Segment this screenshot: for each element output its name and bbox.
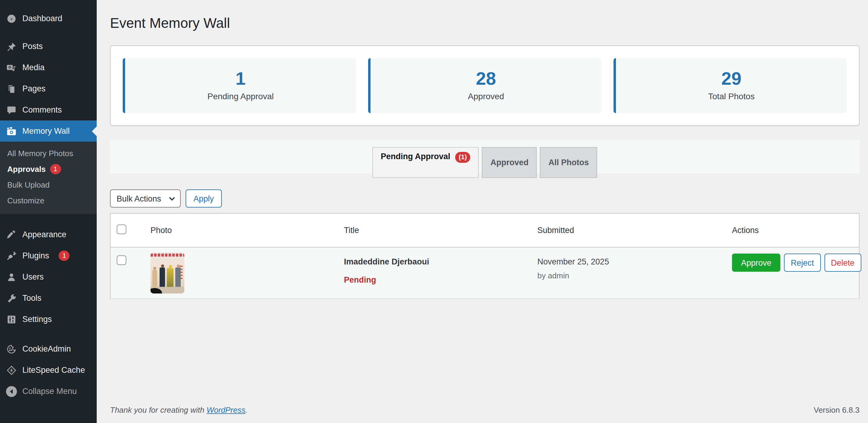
pages-icon [6, 83, 17, 94]
plugins-count-badge: 1 [59, 251, 70, 261]
cookie-icon [6, 343, 17, 354]
sidebar-item-settings[interactable]: Settings [0, 309, 97, 330]
plugin-icon [6, 250, 17, 261]
menu-separator [0, 29, 97, 36]
sidebar-item-cookieadmin[interactable]: CookieAdmin [0, 338, 97, 360]
menu-separator [0, 214, 97, 224]
media-icon [6, 62, 17, 73]
sidebar-item-appearance[interactable]: Appearance [0, 224, 97, 245]
column-header-photo: Photo [145, 214, 338, 248]
thumb-person [152, 270, 157, 287]
thumb-person [175, 268, 181, 287]
tab-label: Pending Approval [381, 152, 450, 161]
bulk-actions-select[interactable]: Bulk Actions [110, 190, 181, 208]
sidebar-item-label: Settings [22, 315, 52, 324]
sidebar-item-collapse-menu[interactable]: Collapse Menu [0, 380, 97, 402]
sidebar-item-label: Pages [22, 84, 45, 93]
sidebar-subitem-approvals[interactable]: Approvals 1 [0, 161, 97, 177]
menu-separator [0, 330, 97, 338]
reject-button[interactable]: Reject [784, 254, 821, 272]
column-header-title: Title [338, 214, 531, 248]
photo-thumbnail[interactable] [151, 253, 184, 294]
stat-card-pending: 1 Pending Approval [123, 58, 356, 113]
total-count: 29 [616, 66, 847, 91]
sidebar-item-posts[interactable]: Posts [0, 36, 97, 57]
comments-icon [6, 104, 17, 115]
photo-title: Imadeddine Djerbaoui [344, 257, 525, 266]
column-header-actions: Actions [726, 214, 859, 248]
thumb-person [167, 269, 174, 287]
stats-container: 1 Pending Approval 28 Approved 29 Total … [110, 46, 860, 126]
subitem-label: Approvals [7, 164, 45, 173]
stat-label: Pending Approval [125, 92, 356, 101]
sidebar-item-label: Tools [22, 293, 41, 303]
submitted-date: November 25, 2025 [537, 257, 720, 266]
sidebar-item-dashboard[interactable]: Dashboard [0, 8, 97, 29]
bulk-actions-toolbar: Bulk Actions Apply [110, 190, 860, 208]
litespeed-diamond-icon [6, 365, 17, 375]
sidebar-item-memory-wall[interactable]: Memory Wall [0, 120, 97, 142]
sidebar-item-plugins[interactable]: Plugins 1 [0, 245, 97, 266]
sidebar-item-media[interactable]: Media [0, 57, 97, 78]
page-title: Event Memory Wall [110, 15, 860, 33]
sidebar-item-comments[interactable]: Comments [0, 99, 97, 120]
stat-card-total: 29 Total Photos [614, 58, 847, 113]
submitted-by: by admin [537, 272, 720, 281]
approve-button[interactable]: Approve [732, 254, 781, 272]
camera-icon [6, 125, 17, 137]
subitem-label: Customize [7, 196, 44, 205]
sidebar-item-label: Comments [22, 105, 62, 114]
version-label: Version 6.8.3 [814, 405, 860, 415]
status-badge: Pending [344, 276, 525, 285]
wrench-icon [6, 292, 17, 304]
approvals-count-badge: 1 [50, 164, 61, 174]
pending-count-badge: (1) [455, 152, 471, 163]
sidebar-item-label: Dashboard [22, 14, 62, 23]
footer-thanks-text: Thank you for creating with WordPress. [110, 405, 248, 415]
sidebar-item-litespeed-cache[interactable]: LiteSpeed Cache [0, 360, 97, 380]
sidebar-subitem-bulk-upload[interactable]: Bulk Upload [0, 177, 97, 192]
stat-card-approved: 28 Approved [368, 58, 601, 113]
stat-label: Approved [371, 92, 601, 101]
sidebar-item-label: CookieAdmin [22, 344, 71, 354]
admin-sidebar: Dashboard Posts Media Pages Comment [0, 0, 97, 423]
tab-approved[interactable]: Approved [482, 147, 537, 178]
sidebar-item-label: Users [22, 272, 44, 281]
row-checkbox[interactable] [117, 256, 126, 265]
sidebar-item-label: LiteSpeed Cache [22, 366, 85, 374]
tab-bar: Pending Approval (1) Approved All Photos [110, 140, 860, 174]
tab-pending-approval[interactable]: Pending Approval (1) [372, 147, 479, 178]
wordpress-link[interactable]: WordPress [207, 405, 245, 415]
photos-table: Photo Title Submitted Actions [110, 213, 860, 299]
sidebar-item-pages[interactable]: Pages [0, 78, 97, 99]
sidebar-item-users[interactable]: Users [0, 266, 97, 287]
brush-icon [6, 229, 17, 240]
tab-all-photos[interactable]: All Photos [540, 147, 597, 178]
sidebar-item-label: Posts [22, 42, 43, 51]
apply-button[interactable]: Apply [186, 190, 222, 208]
delete-button[interactable]: Delete [824, 254, 861, 272]
sidebar-item-tools[interactable]: Tools [0, 287, 97, 309]
footer-thanks-prefix: Thank you for creating with [110, 405, 207, 415]
subitem-label: All Memory Photos [7, 148, 73, 158]
pending-count: 1 [125, 66, 356, 91]
tab-label: All Photos [549, 158, 589, 167]
stat-label: Total Photos [616, 92, 847, 101]
thumb-banner [151, 254, 184, 257]
sidebar-item-label: Appearance [22, 230, 66, 239]
user-icon [6, 272, 17, 282]
sidebar-subitem-all-memory-photos[interactable]: All Memory Photos [0, 145, 97, 161]
wordpress-admin-screen: Dashboard Posts Media Pages Comment [0, 0, 868, 423]
select-all-checkbox[interactable] [117, 225, 126, 234]
collapse-arrow-icon [6, 386, 17, 397]
sidebar-item-label: Media [22, 63, 45, 72]
sidebar-item-label: Collapse Menu [22, 387, 77, 396]
admin-footer: Thank you for creating with WordPress. V… [110, 405, 860, 423]
thumb-person [160, 268, 165, 287]
table-row: Imadeddine Djerbaoui Pending November 25… [110, 248, 859, 299]
subitem-label: Bulk Upload [7, 180, 50, 189]
sidebar-subitem-customize[interactable]: Customize [0, 192, 97, 208]
active-menu-arrow [92, 126, 97, 136]
footer-thanks-period: . [245, 405, 248, 415]
tab-label: Approved [491, 158, 529, 167]
